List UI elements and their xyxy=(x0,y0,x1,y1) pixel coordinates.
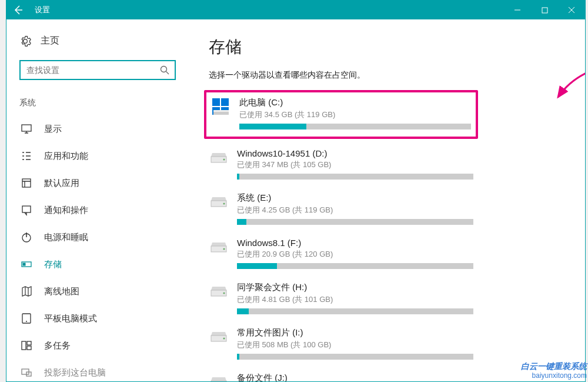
drive-icon xyxy=(209,148,229,168)
home-link[interactable]: 主页 xyxy=(6,31,189,58)
svg-rect-0 xyxy=(542,8,547,13)
nav-item-multitask[interactable]: 多任务 xyxy=(6,332,189,359)
close-button[interactable] xyxy=(558,1,585,19)
drive-name: 此电脑 (C:) xyxy=(239,97,471,108)
drive-name: Windows10-14951 (D:) xyxy=(237,148,473,158)
drive-icon xyxy=(209,192,229,212)
tablet-icon xyxy=(19,311,34,325)
svg-point-9 xyxy=(26,321,27,322)
page-subtitle: 选择一个驱动器以查看哪些内容在占空间。 xyxy=(209,70,585,81)
drive-usage-bar xyxy=(237,174,473,180)
nav-item-maps[interactable]: 离线地图 xyxy=(6,278,189,305)
nav-item-label: 离线地图 xyxy=(44,286,79,297)
gear-icon xyxy=(19,35,31,47)
svg-rect-31 xyxy=(211,381,226,381)
drive-usage-bar xyxy=(237,219,473,225)
svg-rect-12 xyxy=(27,346,31,350)
svg-point-22 xyxy=(223,159,225,161)
svg-rect-15 xyxy=(212,98,220,106)
drive-row[interactable]: 同学聚会文件 (H:)已使用 4.81 GB (共 101 GB) xyxy=(209,277,473,323)
svg-rect-7 xyxy=(23,263,25,265)
svg-point-30 xyxy=(223,338,225,340)
svg-point-26 xyxy=(223,248,225,250)
settings-window: 设置 主页 xyxy=(6,0,586,382)
drive-row[interactable]: 此电脑 (C:)已使用 34.5 GB (共 119 GB) xyxy=(204,90,478,139)
nav-item-label: 存储 xyxy=(44,259,62,270)
svg-rect-20 xyxy=(213,110,229,112)
display-icon xyxy=(19,122,34,136)
search-input[interactable] xyxy=(21,65,155,75)
nav-item-label: 多任务 xyxy=(44,340,71,351)
drive-name: 常用文件图片 (I:) xyxy=(237,327,473,338)
svg-rect-11 xyxy=(27,341,31,345)
sidebar-group-label: 系统 xyxy=(6,92,189,115)
power-icon xyxy=(19,230,34,244)
search-box[interactable] xyxy=(19,60,176,80)
nav-item-display[interactable]: 显示 xyxy=(6,115,189,142)
drive-name: 备份文件 (J:) xyxy=(237,373,473,381)
drive-icon xyxy=(211,97,231,117)
window-title: 设置 xyxy=(30,5,504,15)
drive-usage-bar xyxy=(237,263,473,269)
maximize-button[interactable] xyxy=(531,1,558,19)
sidebar: 主页 系统 显示 应用和功能 默认 xyxy=(6,19,189,381)
drive-used-text: 已使用 347 MB (共 105 GB) xyxy=(237,160,473,170)
nav-item-label: 显示 xyxy=(44,124,62,135)
apps-icon xyxy=(19,149,34,163)
search-icon xyxy=(155,65,175,75)
titlebar: 设置 xyxy=(6,1,585,19)
svg-rect-16 xyxy=(221,98,229,106)
main-panel: 存储 选择一个驱动器以查看哪些内容在占空间。 此电脑 (C:)已使用 34.5 … xyxy=(189,19,585,381)
drive-icon xyxy=(209,327,229,347)
drive-row[interactable]: 系统 (E:)已使用 4.25 GB (共 119 GB) xyxy=(209,188,473,233)
nav-item-label: 投影到这台电脑 xyxy=(44,367,106,378)
drive-usage-bar xyxy=(239,124,471,129)
default-apps-icon xyxy=(19,176,34,190)
nav-item-storage[interactable]: 存储 xyxy=(6,251,189,278)
nav-item-apps[interactable]: 应用和功能 xyxy=(6,142,189,170)
minimize-button[interactable] xyxy=(504,1,531,19)
minimize-icon xyxy=(514,6,521,14)
back-arrow-icon xyxy=(14,5,23,15)
drive-icon xyxy=(209,238,229,258)
nav-item-default-apps[interactable]: 默认应用 xyxy=(6,170,189,197)
drive-row[interactable]: 备份文件 (J:)已使用 55.5 GB (共 99.9 GB) xyxy=(209,368,473,381)
drive-used-text: 已使用 508 MB (共 100 GB) xyxy=(237,340,473,350)
nav-item-notifications[interactable]: 通知和操作 xyxy=(6,197,189,224)
nav-list: 显示 应用和功能 默认应用 通知和操作 电源和睡眠 xyxy=(6,115,189,381)
nav-item-power[interactable]: 电源和睡眠 xyxy=(6,224,189,251)
svg-rect-2 xyxy=(22,125,31,131)
storage-icon xyxy=(19,257,34,271)
svg-point-1 xyxy=(161,67,167,72)
drive-usage-bar xyxy=(237,354,473,360)
drive-row[interactable]: Windows10-14951 (D:)已使用 347 MB (共 105 GB… xyxy=(209,144,473,188)
drive-icon xyxy=(209,282,229,302)
svg-rect-4 xyxy=(22,206,31,212)
drive-name: 系统 (E:) xyxy=(237,192,473,204)
drive-used-text: 已使用 4.25 GB (共 119 GB) xyxy=(237,205,473,215)
nav-item-label: 应用和功能 xyxy=(44,151,88,162)
maps-icon xyxy=(19,284,34,298)
svg-point-28 xyxy=(223,293,225,294)
project-icon xyxy=(19,366,34,380)
nav-item-label: 电源和睡眠 xyxy=(44,232,88,243)
drive-used-text: 已使用 34.5 GB (共 119 GB) xyxy=(239,109,471,120)
drive-list: 此电脑 (C:)已使用 34.5 GB (共 119 GB)Windows10-… xyxy=(209,92,585,381)
drive-icon xyxy=(209,373,229,381)
close-icon xyxy=(568,6,575,14)
maximize-icon xyxy=(542,7,548,14)
nav-item-label: 通知和操作 xyxy=(44,205,88,216)
drive-used-text: 已使用 20.9 GB (共 120 GB) xyxy=(237,249,473,260)
nav-item-label: 平板电脑模式 xyxy=(44,313,97,324)
back-button[interactable] xyxy=(6,1,30,19)
drive-row[interactable]: Windows8.1 (F:)已使用 20.9 GB (共 120 GB) xyxy=(209,233,473,277)
nav-item-label: 默认应用 xyxy=(44,178,79,189)
nav-item-tablet[interactable]: 平板电脑模式 xyxy=(6,305,189,332)
nav-item-project[interactable]: 投影到这台电脑 xyxy=(6,359,189,381)
home-label: 主页 xyxy=(41,35,59,47)
multitask-icon xyxy=(19,338,34,353)
drive-row[interactable]: 常用文件图片 (I:)已使用 508 MB (共 100 GB) xyxy=(209,323,473,368)
drive-used-text: 已使用 4.81 GB (共 101 GB) xyxy=(237,294,473,305)
svg-rect-10 xyxy=(22,341,26,350)
drive-name: Windows8.1 (F:) xyxy=(237,238,473,248)
